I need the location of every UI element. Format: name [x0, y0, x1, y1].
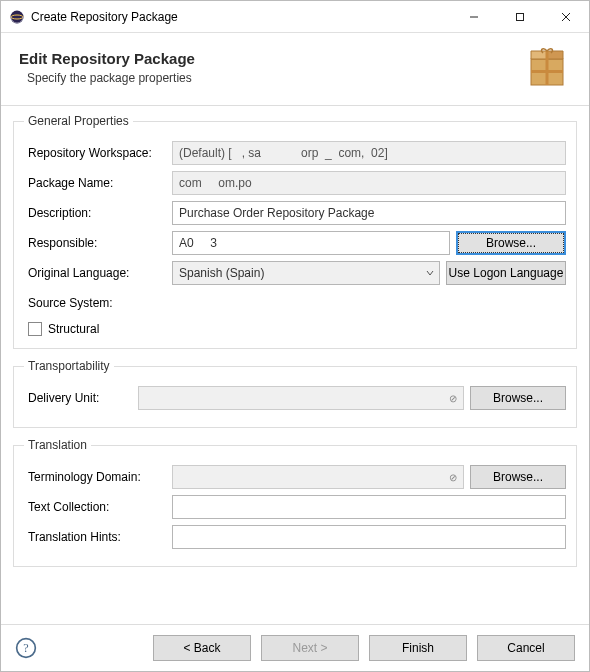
- responsible-browse-button[interactable]: Browse...: [456, 231, 566, 255]
- titlebar: Create Repository Package: [1, 1, 589, 33]
- wizard-header: Edit Repository Package Specify the pack…: [1, 33, 589, 106]
- svg-marker-8: [531, 51, 547, 59]
- minimize-button[interactable]: [451, 1, 497, 32]
- terminology-domain-label: Terminology Domain:: [24, 470, 172, 484]
- source-system-label: Source System:: [24, 296, 172, 310]
- wizard-content: General Properties Repository Workspace:…: [1, 106, 589, 624]
- terminology-domain-browse-button[interactable]: Browse...: [470, 465, 566, 489]
- page-title: Edit Repository Package: [19, 50, 523, 67]
- group-translation: Translation Terminology Domain: ⊘ Browse…: [13, 438, 577, 567]
- original-language-value: Spanish (Spain): [172, 261, 440, 285]
- group-general-properties: General Properties Repository Workspace:…: [13, 114, 577, 349]
- clear-icon[interactable]: ⊘: [449, 393, 457, 404]
- maximize-button[interactable]: [497, 1, 543, 32]
- svg-rect-11: [531, 70, 563, 73]
- svg-point-0: [11, 10, 24, 23]
- svg-rect-10: [546, 51, 549, 85]
- group-legend: Transportability: [24, 359, 114, 373]
- text-collection-input[interactable]: [172, 495, 566, 519]
- cancel-button[interactable]: Cancel: [477, 635, 575, 661]
- svg-rect-3: [517, 13, 524, 20]
- group-transportability: Transportability Delivery Unit: ⊘ Browse…: [13, 359, 577, 428]
- original-language-label: Original Language:: [24, 266, 172, 280]
- responsible-input[interactable]: [172, 231, 450, 255]
- finish-button[interactable]: Finish: [369, 635, 467, 661]
- use-logon-language-button[interactable]: Use Logon Language: [446, 261, 566, 285]
- svg-text:?: ?: [23, 641, 28, 655]
- delivery-unit-label: Delivery Unit:: [24, 391, 138, 405]
- clear-icon[interactable]: ⊘: [449, 472, 457, 483]
- back-button[interactable]: < Back: [153, 635, 251, 661]
- translation-hints-label: Translation Hints:: [24, 530, 172, 544]
- window-controls: [451, 1, 589, 32]
- package-name-field: [172, 171, 566, 195]
- window-title: Create Repository Package: [31, 10, 451, 24]
- delivery-unit-browse-button[interactable]: Browse...: [470, 386, 566, 410]
- group-legend: Translation: [24, 438, 91, 452]
- wizard-footer: ? < Back Next > Finish Cancel: [1, 624, 589, 671]
- next-button: Next >: [261, 635, 359, 661]
- close-button[interactable]: [543, 1, 589, 32]
- description-input[interactable]: [172, 201, 566, 225]
- package-name-label: Package Name:: [24, 176, 172, 190]
- package-box-icon: [523, 43, 571, 91]
- page-subtitle: Specify the package properties: [27, 71, 523, 85]
- structural-checkbox[interactable]: [28, 322, 42, 336]
- group-legend: General Properties: [24, 114, 133, 128]
- svg-marker-9: [547, 51, 563, 59]
- text-collection-label: Text Collection:: [24, 500, 172, 514]
- help-icon[interactable]: ?: [15, 637, 37, 659]
- workspace-label: Repository Workspace:: [24, 146, 172, 160]
- original-language-select[interactable]: Spanish (Spain): [172, 261, 440, 285]
- structural-label: Structural: [48, 322, 99, 336]
- responsible-label: Responsible:: [24, 236, 172, 250]
- delivery-unit-field[interactable]: ⊘: [138, 386, 464, 410]
- workspace-field: [172, 141, 566, 165]
- terminology-domain-field[interactable]: ⊘: [172, 465, 464, 489]
- description-label: Description:: [24, 206, 172, 220]
- translation-hints-input[interactable]: [172, 525, 566, 549]
- eclipse-icon: [9, 9, 25, 25]
